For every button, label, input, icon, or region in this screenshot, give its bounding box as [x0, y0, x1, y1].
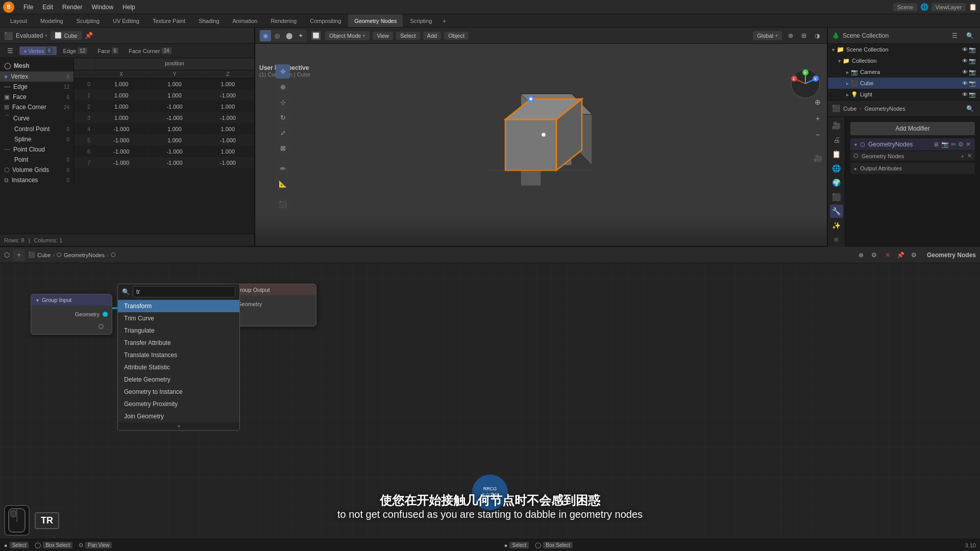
overlay-btn[interactable]: ⊕: [785, 30, 796, 41]
category-vertex[interactable]: ● Vertex 8: [0, 71, 74, 82]
face-corner-type-btn[interactable]: Face Corner 24: [125, 46, 175, 55]
viewport-3d[interactable]: ◉ ◎ ⬤ ✦ 🔲 Object Mode ▾ View Select Add …: [255, 28, 827, 246]
outliner-filter-btn[interactable]: ☰: [948, 30, 961, 42]
rendered-mode-btn[interactable]: ✦: [295, 30, 306, 41]
outliner-camera[interactable]: ▸ 📷 Camera 👁 📷: [828, 66, 980, 78]
material-mode-btn[interactable]: ⬤: [283, 30, 295, 41]
filter-icon-btn[interactable]: ☰: [3, 46, 17, 56]
render-props-btn[interactable]: 🎥: [830, 119, 843, 132]
search-result-item[interactable]: Geometry to Instance: [118, 386, 239, 398]
category-point-cloud[interactable]: ⋯ Point Cloud: [0, 144, 74, 155]
category-curve[interactable]: ⌒ Curve: [0, 112, 74, 124]
scene-render-icon[interactable]: 📷: [969, 46, 976, 53]
object-props-btn[interactable]: ⬛: [830, 190, 843, 204]
tab-layout[interactable]: Layout: [4, 14, 33, 27]
light-eye-icon[interactable]: 👁: [962, 91, 968, 98]
search-result-item[interactable]: Translate Instances: [118, 349, 239, 361]
object-name-field[interactable]: ⬜ Cube: [51, 31, 81, 40]
camera-view-btn[interactable]: 🎥: [811, 151, 825, 165]
mod-edit-icon[interactable]: ✏: [951, 141, 956, 148]
add-menu[interactable]: Add: [423, 32, 442, 40]
shading-btn[interactable]: ◑: [812, 30, 823, 41]
object-mode-selector[interactable]: Object Mode ▾: [325, 31, 370, 40]
mod-render-icon[interactable]: 📷: [941, 141, 949, 148]
category-spline[interactable]: Spline 0: [0, 134, 74, 144]
search-result-item[interactable]: Join Geometry: [118, 410, 239, 422]
search-result-item[interactable]: Transfer Attribute: [118, 337, 239, 349]
tab-shading[interactable]: Shading: [192, 14, 225, 27]
add-modifier-button[interactable]: Add Modifier: [850, 122, 975, 135]
move-tool-btn[interactable]: ⊹: [276, 95, 290, 109]
category-edge[interactable]: — Edge 12: [0, 82, 74, 92]
search-result-item[interactable]: Trim Curve: [118, 312, 239, 324]
tab-animation[interactable]: Animation: [227, 14, 264, 27]
transform-mode-selector[interactable]: Global ▾: [753, 31, 782, 40]
menu-file[interactable]: File: [19, 3, 37, 12]
particles-props-btn[interactable]: ✨: [830, 219, 843, 232]
pin-icon[interactable]: 📌: [85, 32, 93, 39]
coll-eye-icon[interactable]: 👁: [962, 58, 968, 64]
transform-tool-btn[interactable]: ⊠: [276, 141, 290, 155]
tab-scripting[interactable]: Scripting: [404, 14, 438, 27]
category-face[interactable]: ▣ Face 6: [0, 92, 74, 102]
cursor-tool-btn[interactable]: ⊕: [276, 80, 290, 94]
mod-settings-icon[interactable]: ⚙: [958, 141, 964, 148]
scene-props-btn[interactable]: 🌐: [830, 162, 843, 175]
select-tool-btn[interactable]: ✥: [276, 64, 290, 79]
edge-type-btn[interactable]: Edge 12: [59, 46, 91, 55]
output-props-btn[interactable]: 🖨: [830, 133, 843, 146]
mesh-type-selector[interactable]: Evaluated ▾: [16, 32, 47, 39]
modifier-props-btn active[interactable]: 🔧: [830, 205, 843, 218]
measure-tool-btn[interactable]: 📐: [276, 177, 290, 191]
menu-edit[interactable]: Edit: [38, 3, 57, 12]
coll-render-icon[interactable]: 📷: [969, 58, 976, 64]
geonode-new-icon[interactable]: +: [961, 153, 964, 159]
add-cube-btn[interactable]: ⬛: [276, 197, 290, 211]
cube-eye-icon[interactable]: 👁: [962, 80, 968, 87]
category-volume-grids[interactable]: ⬡ Volume Grids 0: [0, 165, 74, 175]
node-editor[interactable]: ⬡ + ⬛ Cube › ⬡ GeometryNodes › ⬡ ⊕: [0, 247, 980, 551]
search-result-item[interactable]: Triangulate: [118, 324, 239, 337]
category-point[interactable]: Point 0: [0, 155, 74, 165]
select-menu[interactable]: Select: [396, 32, 420, 40]
search-result-item[interactable]: Transform: [118, 300, 239, 312]
node-canvas[interactable]: ▾ Group Input Geometry: [0, 263, 980, 551]
menu-window[interactable]: Window: [87, 3, 117, 12]
axis-gizmo[interactable]: X Y Z: [790, 68, 821, 99]
vertex-type-btn[interactable]: ● Vertex 8: [19, 46, 57, 55]
tab-uv-editing[interactable]: UV Editing: [107, 14, 145, 27]
category-face-corner[interactable]: ⊠ Face Corner 24: [0, 102, 74, 112]
node-overlay-btn[interactable]: ⊕: [855, 249, 867, 261]
node-close-btn[interactable]: ✕: [882, 249, 893, 261]
geonode-unlink-icon[interactable]: ✕: [967, 153, 972, 159]
gizmo-btn[interactable]: ⊞: [798, 30, 810, 41]
physics-props-btn[interactable]: ⚛: [830, 233, 843, 246]
outliner-light[interactable]: ▸ 💡 Light 👁 📷: [828, 89, 980, 100]
tab-compositing[interactable]: Compositing: [304, 14, 347, 27]
menu-help[interactable]: Help: [118, 3, 139, 12]
rotate-tool-btn[interactable]: ↻: [276, 110, 290, 124]
node-pin-btn[interactable]: 📌: [895, 249, 906, 261]
menu-render[interactable]: Render: [58, 3, 86, 12]
category-control-point[interactable]: Control Point 0: [0, 124, 74, 134]
light-render-icon[interactable]: 📷: [969, 91, 976, 98]
mod-close-icon[interactable]: ✕: [966, 141, 971, 148]
group-input-node[interactable]: ▾ Group Input Geometry: [31, 294, 112, 335]
object-menu[interactable]: Object: [444, 32, 469, 40]
scene-eye-icon[interactable]: 👁: [962, 46, 968, 53]
node-search-input[interactable]: [133, 286, 235, 297]
view-menu[interactable]: View: [373, 32, 393, 40]
outliner-collection[interactable]: ▾ 📁 Collection 👁 📷: [828, 55, 980, 66]
tab-sculpting[interactable]: Sculpting: [70, 14, 106, 27]
tab-texture-paint[interactable]: Texture Paint: [146, 14, 191, 27]
node-options-btn[interactable]: ⚙: [909, 249, 920, 261]
face-type-btn[interactable]: Face 6: [93, 46, 122, 55]
search-result-item[interactable]: Delete Geometry: [118, 373, 239, 386]
tab-rendering[interactable]: Rendering: [264, 14, 303, 27]
annotate-tool-btn[interactable]: ✏: [276, 161, 290, 176]
category-instances[interactable]: ⧉ Instances 0: [0, 175, 74, 185]
node-add-btn[interactable]: +: [13, 249, 24, 261]
zoom-fit-btn[interactable]: ⊕: [811, 95, 825, 109]
outliner-search-btn[interactable]: 🔍: [964, 30, 976, 42]
search-result-item[interactable]: Attribute Statistic: [118, 361, 239, 373]
